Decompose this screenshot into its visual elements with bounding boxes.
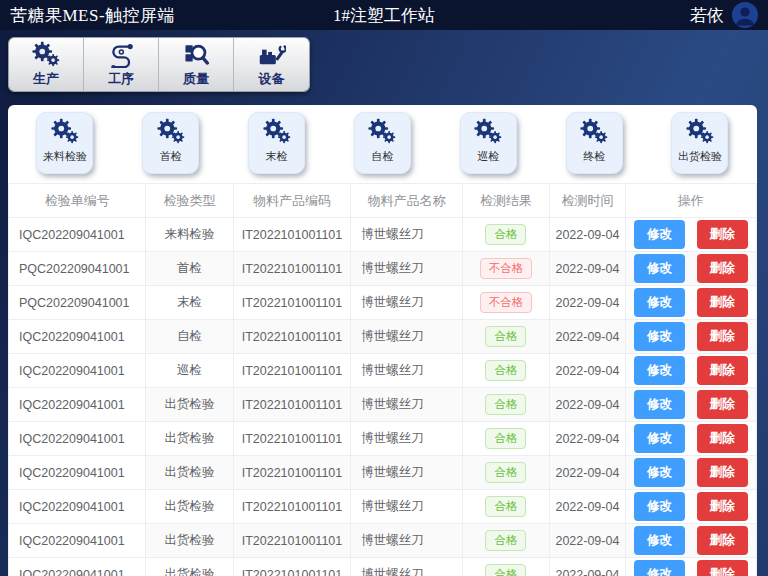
cell-material-name: 博世螺丝刀 [351, 218, 462, 252]
table-row: IQC202209041001 出货检验 IT2022101001101 博世螺… [9, 490, 757, 524]
inspection-tab-2[interactable]: 首检 [142, 112, 199, 174]
module-nav: 生产 工序 质量 设 [8, 37, 310, 92]
cell-inspection-type: 出货检验 [146, 490, 234, 524]
delete-button[interactable]: 删除 [697, 560, 748, 576]
inspection-tab-3[interactable]: 末检 [248, 112, 305, 174]
delete-button[interactable]: 删除 [697, 288, 748, 317]
column-header: 操作 [625, 184, 756, 218]
column-header: 检验单编号 [9, 184, 146, 218]
user-avatar-icon[interactable] [732, 2, 758, 28]
result-badge: 合格 [485, 564, 526, 576]
cell-inspection-type: 出货检验 [146, 558, 234, 576]
delete-button[interactable]: 删除 [697, 356, 748, 385]
gears-icon [579, 118, 609, 148]
cell-material-code: IT2022101001101 [233, 388, 350, 422]
workstation-title: 1#注塑工作站 [333, 4, 435, 27]
username: 若依 [690, 4, 724, 27]
edit-button[interactable]: 修改 [634, 424, 685, 453]
delete-button[interactable]: 删除 [697, 220, 748, 249]
edit-button[interactable]: 修改 [634, 492, 685, 521]
cell-order-no: IQC202209041001 [9, 354, 146, 388]
column-header: 检测结果 [462, 184, 550, 218]
delete-button[interactable]: 删除 [697, 424, 748, 453]
cell-material-name: 博世螺丝刀 [351, 456, 462, 490]
nav-button-1[interactable]: 生产 [9, 38, 84, 91]
table-header-row: 检验单编号检验类型物料产品编码物料产品名称检测结果检测时间操作 [9, 184, 757, 218]
delete-button[interactable]: 删除 [697, 458, 748, 487]
gears-icon [31, 42, 61, 68]
edit-button[interactable]: 修改 [634, 458, 685, 487]
cell-material-name: 博世螺丝刀 [351, 320, 462, 354]
edit-button[interactable]: 修改 [634, 526, 685, 555]
cell-material-code: IT2022101001101 [233, 490, 350, 524]
inspection-tab-5[interactable]: 巡检 [460, 112, 517, 174]
cell-order-no: IQC202209041001 [9, 320, 146, 354]
inspection-tab-1[interactable]: 来料检验 [36, 112, 93, 174]
cell-actions: 修改 删除 [625, 320, 756, 354]
cell-date: 2022-09-04 [550, 320, 626, 354]
cell-date: 2022-09-04 [550, 286, 626, 320]
cell-result: 不合格 [462, 286, 550, 320]
edit-button[interactable]: 修改 [634, 220, 685, 249]
edit-button[interactable]: 修改 [634, 288, 685, 317]
inspection-tab-4[interactable]: 自检 [354, 112, 411, 174]
table-row: IQC202209041001 自检 IT2022101001101 博世螺丝刀… [9, 320, 757, 354]
cell-date: 2022-09-04 [550, 218, 626, 252]
cell-actions: 修改 删除 [625, 524, 756, 558]
delete-button[interactable]: 删除 [697, 526, 748, 555]
edit-button[interactable]: 修改 [634, 560, 685, 576]
result-badge: 不合格 [480, 292, 533, 313]
nav-label: 质量 [183, 70, 209, 88]
column-header: 检验类型 [146, 184, 234, 218]
table-row: IQC202209041001 出货检验 IT2022101001101 博世螺… [9, 422, 757, 456]
delete-button[interactable]: 删除 [697, 390, 748, 419]
cell-actions: 修改 删除 [625, 218, 756, 252]
cell-result: 不合格 [462, 252, 550, 286]
app-title: 苦糖果MES-触控屏端 [10, 4, 175, 27]
delete-button[interactable]: 删除 [697, 254, 748, 283]
cell-material-name: 博世螺丝刀 [351, 524, 462, 558]
nav-label: 设备 [259, 70, 285, 88]
nav-button-2[interactable]: 工序 [84, 38, 159, 91]
cell-order-no: IQC202209041001 [9, 388, 146, 422]
gears-icon [367, 118, 397, 148]
cell-material-code: IT2022101001101 [233, 524, 350, 558]
cell-material-name: 博世螺丝刀 [351, 558, 462, 576]
cell-material-code: IT2022101001101 [233, 558, 350, 576]
column-header: 检测时间 [550, 184, 626, 218]
cell-order-no: IQC202209041001 [9, 422, 146, 456]
edit-button[interactable]: 修改 [634, 322, 685, 351]
cell-material-name: 博世螺丝刀 [351, 490, 462, 524]
column-header: 物料产品名称 [351, 184, 462, 218]
user-area[interactable]: 若依 [690, 2, 758, 28]
edit-button[interactable]: 修改 [634, 254, 685, 283]
table-row: IQC202209041001 巡检 IT2022101001101 博世螺丝刀… [9, 354, 757, 388]
nav-button-4[interactable]: 设备 [234, 38, 309, 91]
gears-icon [473, 118, 503, 148]
cell-result: 合格 [462, 558, 550, 576]
delete-button[interactable]: 删除 [697, 322, 748, 351]
cell-inspection-type: 末检 [146, 286, 234, 320]
inspection-tab-7[interactable]: 出货检验 [671, 112, 728, 174]
cell-inspection-type: 自检 [146, 320, 234, 354]
result-badge: 合格 [485, 326, 526, 347]
cell-inspection-type: 来料检验 [146, 218, 234, 252]
gears-icon [50, 118, 80, 148]
topbar: 苦糖果MES-触控屏端 1#注塑工作站 若依 [0, 0, 768, 30]
cell-actions: 修改 删除 [625, 354, 756, 388]
table-row: IQC202209041001 出货检验 IT2022101001101 博世螺… [9, 524, 757, 558]
edit-button[interactable]: 修改 [634, 390, 685, 419]
gears-icon [156, 118, 186, 148]
cell-result: 合格 [462, 456, 550, 490]
tab-label: 首检 [160, 149, 182, 164]
cell-order-no: PQC202209041001 [9, 286, 146, 320]
nav-button-3[interactable]: 质量 [159, 38, 234, 91]
table-row: IQC202209041001 出货检验 IT2022101001101 博世螺… [9, 558, 757, 576]
edit-button[interactable]: 修改 [634, 356, 685, 385]
cell-inspection-type: 巡检 [146, 354, 234, 388]
table-row: IQC202209041001 出货检验 IT2022101001101 博世螺… [9, 456, 757, 490]
inspection-tab-6[interactable]: 终检 [566, 112, 623, 174]
delete-button[interactable]: 删除 [697, 492, 748, 521]
cell-date: 2022-09-04 [550, 456, 626, 490]
tab-label: 巡检 [477, 149, 499, 164]
